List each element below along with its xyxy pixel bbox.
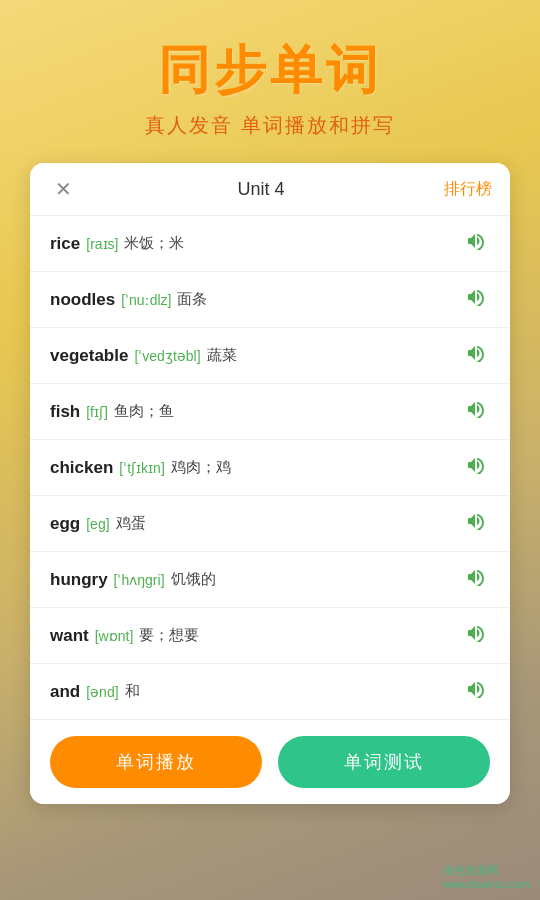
word-english: and: [50, 682, 80, 702]
word-phonetic: [ˈtʃɪkɪn]: [119, 460, 164, 476]
word-item: fish[fɪʃ]鱼肉；鱼: [30, 384, 510, 440]
word-content: chicken[ˈtʃɪkɪn]鸡肉；鸡: [50, 458, 231, 478]
word-english: egg: [50, 514, 80, 534]
word-chinese: 鸡肉；鸡: [171, 458, 231, 477]
word-content: hungry[ˈhʌŋgri]饥饿的: [50, 570, 216, 590]
word-item: egg[eg]鸡蛋: [30, 496, 510, 552]
word-item: chicken[ˈtʃɪkɪn]鸡肉；鸡: [30, 440, 510, 496]
word-chinese: 鸡蛋: [116, 514, 146, 533]
word-phonetic: [ənd]: [86, 684, 118, 700]
word-chinese: 要；想要: [139, 626, 199, 645]
word-english: vegetable: [50, 346, 128, 366]
sound-icon[interactable]: [466, 680, 490, 703]
word-item: rice[raɪs]米饭；米: [30, 216, 510, 272]
word-item: and[ənd]和: [30, 664, 510, 719]
play-button[interactable]: 单词播放: [50, 736, 262, 788]
word-phonetic: [ˈnuːdlz]: [121, 292, 171, 308]
app-subtitle: 真人发音 单词播放和拼写: [145, 112, 395, 139]
word-chinese: 米饭；米: [124, 234, 184, 253]
word-chinese: 和: [125, 682, 140, 701]
word-item: noodles[ˈnuːdlz]面条: [30, 272, 510, 328]
word-english: hungry: [50, 570, 108, 590]
word-english: chicken: [50, 458, 113, 478]
word-item: want[wɒnt]要；想要: [30, 608, 510, 664]
sound-icon[interactable]: [466, 400, 490, 423]
word-card: ✕ Unit 4 排行榜 rice[raɪs]米饭；米noodles[ˈnuːd…: [30, 163, 510, 804]
sound-icon[interactable]: [466, 232, 490, 255]
sound-icon[interactable]: [466, 512, 490, 535]
word-english: noodles: [50, 290, 115, 310]
word-chinese: 饥饿的: [171, 570, 216, 589]
word-list: rice[raɪs]米饭；米noodles[ˈnuːdlz]面条vegetabl…: [30, 216, 510, 719]
word-content: vegetable[ˈvedʒtəbl]蔬菜: [50, 346, 237, 366]
close-icon[interactable]: ✕: [48, 177, 78, 201]
card-footer: 单词播放 单词测试: [30, 719, 510, 804]
word-phonetic: [ˈvedʒtəbl]: [134, 348, 200, 364]
word-chinese: 鱼肉；鱼: [114, 402, 174, 421]
word-english: rice: [50, 234, 80, 254]
word-content: noodles[ˈnuːdlz]面条: [50, 290, 207, 310]
word-content: want[wɒnt]要；想要: [50, 626, 199, 646]
sound-icon[interactable]: [466, 456, 490, 479]
sound-icon[interactable]: [466, 568, 490, 591]
word-item: vegetable[ˈvedʒtəbl]蔬菜: [30, 328, 510, 384]
card-title: Unit 4: [237, 179, 284, 200]
test-button[interactable]: 单词测试: [278, 736, 490, 788]
word-chinese: 面条: [177, 290, 207, 309]
word-phonetic: [eg]: [86, 516, 109, 532]
word-item: hungry[ˈhʌŋgri]饥饿的: [30, 552, 510, 608]
app-title: 同步单词: [158, 36, 382, 106]
word-phonetic: [raɪs]: [86, 236, 118, 252]
word-content: and[ənd]和: [50, 682, 140, 702]
rank-button[interactable]: 排行榜: [444, 179, 492, 200]
word-english: fish: [50, 402, 80, 422]
watermark: 绿色资源网 www.downcc.com: [443, 863, 530, 890]
sound-icon[interactable]: [466, 624, 490, 647]
sound-icon[interactable]: [466, 344, 490, 367]
word-content: rice[raɪs]米饭；米: [50, 234, 184, 254]
word-phonetic: [wɒnt]: [95, 628, 134, 644]
word-english: want: [50, 626, 89, 646]
word-content: egg[eg]鸡蛋: [50, 514, 146, 534]
word-content: fish[fɪʃ]鱼肉；鱼: [50, 402, 174, 422]
word-phonetic: [fɪʃ]: [86, 404, 108, 420]
word-chinese: 蔬菜: [207, 346, 237, 365]
word-phonetic: [ˈhʌŋgri]: [114, 572, 165, 588]
sound-icon[interactable]: [466, 288, 490, 311]
card-header: ✕ Unit 4 排行榜: [30, 163, 510, 216]
